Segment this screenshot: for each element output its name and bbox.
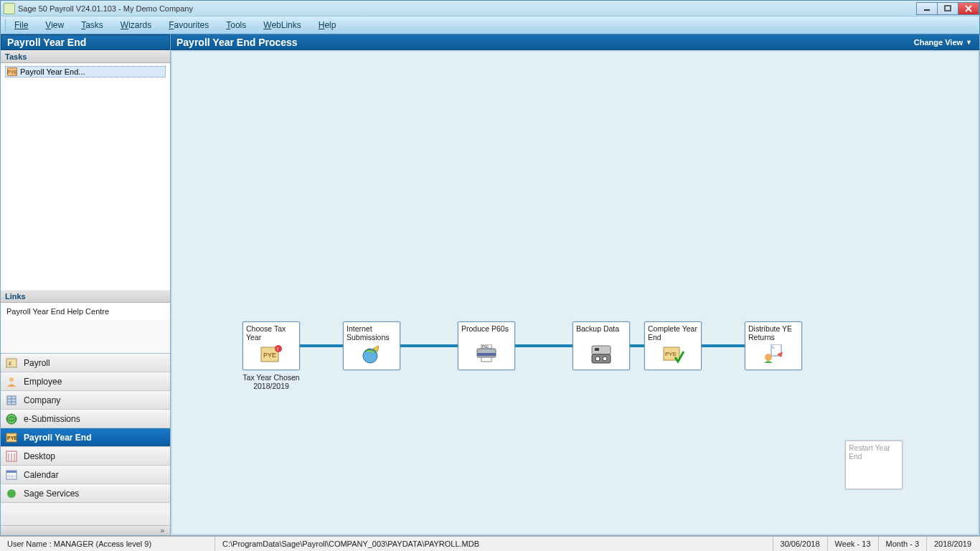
node-label: Produce P60s xyxy=(461,324,512,342)
tasks-header: Tasks xyxy=(1,50,170,63)
svg-rect-36 xyxy=(592,354,611,363)
connector xyxy=(515,344,574,347)
pye-nav-icon: PYE xyxy=(5,431,18,444)
pye-icon: PYE xyxy=(7,67,17,76)
nav-label: e-Submissions xyxy=(24,414,80,424)
node-box[interactable]: Backup Data xyxy=(573,321,630,370)
node-box[interactable]: Internet Submissions xyxy=(343,321,400,370)
nav-sage-services[interactable]: Sage Services xyxy=(1,484,170,503)
node-label: Restart Year End xyxy=(849,443,899,461)
nav-label: Sage Services xyxy=(24,489,79,499)
status-date: 30/06/2018 xyxy=(773,537,828,551)
nav-esubmissions[interactable]: e-Submissions xyxy=(1,410,170,428)
task-item-label: Payroll Year End... xyxy=(20,67,85,76)
svg-text:PYE: PYE xyxy=(7,435,17,441)
status-month: Month - 3 xyxy=(879,537,927,551)
nav-employee[interactable]: Employee xyxy=(1,372,170,391)
nav-panel: £ Payroll Employee Company e-Submissions… xyxy=(1,353,170,535)
minimize-button[interactable] xyxy=(916,2,938,15)
backup-icon xyxy=(576,342,626,367)
window-title: Sage 50 Payroll V24.01.103 - My Demo Com… xyxy=(18,4,193,13)
status-year: 2018/2019 xyxy=(927,537,980,551)
connector xyxy=(400,344,459,347)
svg-point-23 xyxy=(7,489,16,498)
content-title: Payroll Year End Process xyxy=(176,37,298,48)
sage-icon xyxy=(5,487,18,500)
sidebar: Payroll Year End Tasks PYE Payroll Year … xyxy=(0,34,171,536)
nav-label: Company xyxy=(24,395,60,405)
node-label: Backup Data xyxy=(576,324,626,342)
menu-view[interactable]: View xyxy=(37,19,72,32)
nav-label: Employee xyxy=(24,377,62,387)
svg-point-37 xyxy=(595,357,600,361)
node-box[interactable]: Choose Tax Year PYE! xyxy=(242,321,300,370)
close-button[interactable] xyxy=(958,2,979,15)
svg-rect-19 xyxy=(6,471,17,473)
globe-icon xyxy=(5,413,18,425)
nav-payroll-year-end[interactable]: PYE Payroll Year End xyxy=(1,428,170,447)
distribute-icon xyxy=(748,342,798,367)
node-label: Choose Tax Year xyxy=(246,324,296,342)
svg-text:PYE: PYE xyxy=(263,352,276,359)
statusbar: User Name : MANAGER (Access level 9) C:\… xyxy=(0,536,980,551)
menu-weblinks[interactable]: WebLinks xyxy=(255,19,309,32)
connector xyxy=(702,344,746,347)
nav-desktop[interactable]: Desktop xyxy=(1,447,170,466)
desktop-icon xyxy=(5,450,18,463)
node-label: Internet Submissions xyxy=(347,324,397,342)
window-titlebar: Sage 50 Payroll V24.01.103 - My Demo Com… xyxy=(0,0,980,16)
link-help-centre[interactable]: Payroll Year End Help Centre xyxy=(6,307,164,316)
status-path: C:\ProgramData\Sage\Payroll\COMPANY_003\… xyxy=(215,537,773,551)
globe-arrow-icon xyxy=(347,342,397,367)
connector xyxy=(300,344,344,347)
nav-company[interactable]: Company xyxy=(1,391,170,410)
node-label: Distribute YE Returns xyxy=(748,324,798,342)
node-choose-tax-year: Choose Tax Year PYE! Tax Year Chosen 201… xyxy=(242,321,300,390)
tasks-panel: Tasks PYE Payroll Year End... xyxy=(1,50,170,290)
node-label: Complete Year End xyxy=(648,324,698,342)
nav-payroll[interactable]: £ Payroll xyxy=(1,354,170,372)
employee-icon xyxy=(5,375,18,388)
node-box[interactable]: Distribute YE Returns xyxy=(745,321,802,370)
node-box[interactable]: Restart Year End xyxy=(845,441,903,489)
svg-point-6 xyxy=(9,377,14,382)
status-week: Week - 13 xyxy=(828,537,879,551)
task-payroll-year-end[interactable]: PYE Payroll Year End... xyxy=(5,66,166,77)
menu-tasks[interactable]: Tasks xyxy=(72,19,112,32)
change-view-button[interactable]: Change View▼ xyxy=(910,37,976,48)
menu-favourites[interactable]: Favourites xyxy=(160,19,217,32)
menu-file[interactable]: File xyxy=(5,19,37,32)
menu-tools[interactable]: Tools xyxy=(217,19,255,32)
app-icon xyxy=(4,3,15,14)
node-restart-year-end: Restart Year End xyxy=(845,441,903,489)
nav-label: Payroll xyxy=(24,358,50,368)
printer-icon: P60 xyxy=(461,342,512,367)
links-panel: Links Payroll Year End Help Centre xyxy=(1,290,170,353)
node-box[interactable]: Produce P60s P60 xyxy=(458,321,515,370)
svg-point-11 xyxy=(6,414,17,424)
nav-calendar[interactable]: Calendar xyxy=(1,466,170,484)
maximize-button[interactable] xyxy=(937,2,958,15)
svg-rect-34 xyxy=(592,346,611,354)
node-box[interactable]: Complete Year End PYE xyxy=(644,321,702,370)
chevron-down-icon: ▼ xyxy=(966,39,972,46)
content-header: Payroll Year End Process Change View▼ xyxy=(171,34,979,50)
svg-rect-1 xyxy=(945,6,951,11)
node-caption: Tax Year Chosen 2018/2019 xyxy=(242,373,300,390)
company-icon xyxy=(5,394,18,407)
sidebar-title: Payroll Year End xyxy=(1,34,170,50)
nav-expand-toggle[interactable]: » xyxy=(1,525,170,535)
nav-label: Calendar xyxy=(24,470,59,480)
menu-wizards[interactable]: Wizards xyxy=(112,19,160,32)
node-internet-submissions: Internet Submissions xyxy=(343,321,400,370)
svg-text:P60: P60 xyxy=(482,344,489,349)
nav-label: Payroll Year End xyxy=(24,433,92,443)
window-controls xyxy=(917,2,979,15)
svg-point-38 xyxy=(603,357,607,361)
svg-point-42 xyxy=(765,354,772,361)
menubar: File View Tasks Wizards Favourites Tools… xyxy=(0,16,980,34)
svg-rect-33 xyxy=(481,357,491,362)
menu-help[interactable]: Help xyxy=(310,19,345,32)
connector xyxy=(630,344,646,347)
svg-rect-32 xyxy=(477,353,496,356)
